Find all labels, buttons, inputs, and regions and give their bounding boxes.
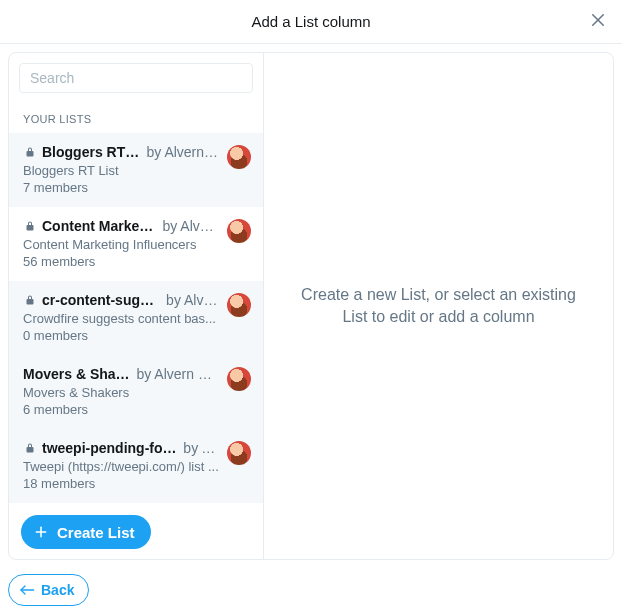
list-name: tweepi-pending-follow: [42, 439, 177, 457]
list-description: Bloggers RT List: [23, 163, 251, 178]
close-icon: [589, 11, 607, 33]
your-lists-header: YOUR LISTS: [9, 99, 263, 133]
lock-icon: [23, 146, 36, 159]
list-name: Bloggers RT List: [42, 143, 140, 161]
list-description: Movers & Shakers: [23, 385, 251, 400]
back-label: Back: [41, 582, 74, 598]
list-members-count: 18 members: [23, 476, 251, 491]
list-author: by Alver...: [162, 217, 219, 235]
close-button[interactable]: [586, 10, 610, 34]
list-author: by Alve...: [166, 291, 219, 309]
avatar: [227, 293, 251, 317]
avatar: [227, 145, 251, 169]
list-item-title-row: cr-content-suggest by Alve...: [23, 291, 251, 309]
list-members-count: 6 members: [23, 402, 251, 417]
footer: Back: [0, 560, 622, 614]
lock-icon: [23, 220, 36, 233]
right-column: Create a new List, or select an existing…: [264, 53, 613, 559]
list-item[interactable]: Content Marketing by Alver...Content Mar…: [9, 207, 263, 281]
lists-container: Bloggers RT List by Alvern B...Bloggers …: [9, 133, 263, 503]
list-item-title-row: tweepi-pending-follow by A...: [23, 439, 251, 457]
list-members-count: 0 members: [23, 328, 251, 343]
list-author: by Alvern B...: [146, 143, 219, 161]
panel-wrap: YOUR LISTS Bloggers RT List by Alvern B.…: [0, 44, 622, 560]
plus-icon: [33, 524, 49, 540]
lock-icon: [23, 442, 36, 455]
list-name: cr-content-suggest: [42, 291, 160, 309]
list-item[interactable]: cr-content-suggest by Alve...Crowdfire s…: [9, 281, 263, 355]
modal-header: Add a List column: [0, 0, 622, 44]
panel: YOUR LISTS Bloggers RT List by Alvern B.…: [8, 52, 614, 560]
search-input[interactable]: [19, 63, 253, 93]
list-name: Movers & Shakers: [23, 365, 130, 383]
create-list-button[interactable]: Create List: [21, 515, 151, 549]
create-list-label: Create List: [57, 524, 135, 541]
arrow-left-icon: [19, 583, 35, 597]
list-name: Content Marketing: [42, 217, 156, 235]
list-author: by Alvern Bul...: [136, 365, 219, 383]
search-wrap: [9, 53, 263, 99]
lock-icon: [23, 294, 36, 307]
left-column: YOUR LISTS Bloggers RT List by Alvern B.…: [9, 53, 264, 559]
create-row: Create List: [9, 503, 263, 559]
avatar: [227, 367, 251, 391]
list-description: Tweepi (https://tweepi.com/) list ...: [23, 459, 251, 474]
list-members-count: 56 members: [23, 254, 251, 269]
list-item-title-row: Bloggers RT List by Alvern B...: [23, 143, 251, 161]
list-description: Content Marketing Influencers: [23, 237, 251, 252]
list-author: by A...: [183, 439, 219, 457]
avatar: [227, 441, 251, 465]
list-item[interactable]: tweepi-pending-follow by A...Tweepi (htt…: [9, 429, 263, 503]
modal-title: Add a List column: [251, 13, 370, 30]
back-button[interactable]: Back: [8, 574, 89, 606]
list-item-title-row: Movers & Shakers by Alvern Bul...: [23, 365, 251, 383]
list-item[interactable]: Bloggers RT List by Alvern B...Bloggers …: [9, 133, 263, 207]
left-scroll[interactable]: YOUR LISTS Bloggers RT List by Alvern B.…: [9, 53, 263, 559]
avatar: [227, 219, 251, 243]
list-members-count: 7 members: [23, 180, 251, 195]
list-item-title-row: Content Marketing by Alver...: [23, 217, 251, 235]
empty-state-message: Create a new List, or select an existing…: [289, 284, 589, 328]
list-item[interactable]: Movers & Shakers by Alvern Bul...Movers …: [9, 355, 263, 429]
list-description: Crowdfire suggests content bas...: [23, 311, 251, 326]
